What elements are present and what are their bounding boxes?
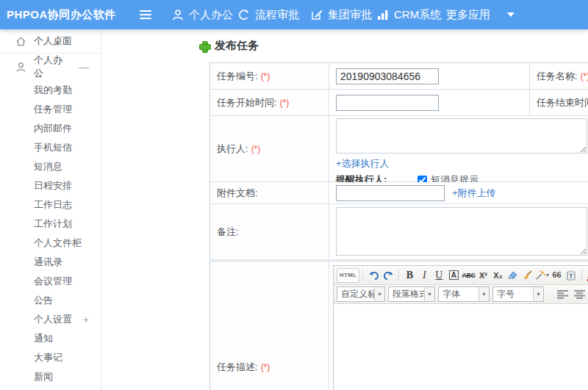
nav-personal-office[interactable]: 个人办公 [172,0,233,29]
paintbrush-icon [522,270,533,281]
eraser-icon [507,270,518,280]
attachment-label: 附件文档: [210,182,329,204]
start-time-label: 任务开始时间:(*) [210,90,329,116]
paste-as-text-button[interactable]: T [564,268,578,283]
sidebar-item-personal-desktop[interactable]: 个人桌面 [0,29,101,54]
sidebar-item-short-message[interactable]: 短消息 [0,157,101,176]
sidebar-item-work-log[interactable]: 工作日志 [0,195,101,214]
editor-toolbar-row2: 自定义标题 ▾ 段落格式 ▾ 字体 ▾ 字号 ▾ [334,285,588,304]
attachment-input[interactable] [336,185,445,201]
executor-label: 执行人:(*) [210,116,329,182]
align-center-button[interactable] [573,287,587,301]
superscript-button[interactable]: X² [476,268,490,283]
sidebar-group-personal-office[interactable]: 个人办公 — [0,55,101,79]
main-content: 发布任务 任务编号:(*) 任务名称:(*) 任务开始时间:(*) 任 [102,29,588,390]
user-icon [172,9,184,21]
top-navigation-bar: PHPOA协同办公软件 个人办公 流程审批 集团审批 [0,0,588,29]
paragraph-format-dropdown[interactable]: 段落格式 ▾ [388,286,435,302]
executor-textarea[interactable] [336,118,587,154]
task-number-input[interactable] [336,68,439,84]
nav-more-apps[interactable]: 更多应用 [446,0,514,29]
rich-text-editor: HTML [333,265,588,390]
description-label: 任务描述:(*) [210,261,329,390]
expand-icon[interactable]: + [83,314,89,325]
redo-icon [383,270,394,280]
remark-cell [329,204,588,260]
sidebar-item-schedule[interactable]: 日程安排 [0,176,101,195]
sidebar-submenu: 我的考勤 任务管理 内部邮件 手机短信 短消息 日程安排 工作日志 工作计划 个… [0,81,101,386]
description-editor-cell: HTML [329,261,588,390]
start-time-cell [329,90,530,116]
clipboard-t-icon: T [566,270,576,281]
sidebar-item-contacts[interactable]: 通讯录 [0,253,101,272]
source-code-button[interactable]: HTML [337,268,359,283]
choose-executor-link[interactable]: +选择执行人 [336,158,390,169]
magic-wand-icon [535,270,545,280]
caret-down-icon: ▾ [546,272,549,278]
description-form-table: 任务描述:(*) HTML [209,261,588,390]
editor-content-area[interactable] [334,304,588,390]
sidebar-item-personal-settings[interactable]: 个人设置 + [0,310,101,329]
undo-button[interactable] [366,268,381,283]
nav-process-approval[interactable]: 流程审批 [237,0,299,29]
quick-format-button[interactable]: ▾ [534,268,549,283]
redo-button[interactable] [381,268,395,283]
align-left-button[interactable] [556,287,570,301]
sidebar-item-milestones[interactable]: 大事记 [0,348,101,367]
editor-toolbar-row1: HTML [334,266,588,285]
sidebar-item-notification[interactable]: 通知 [0,329,101,348]
page-title: 发布任务 [199,39,259,53]
caret-down-icon: ▾ [424,287,434,301]
caret-down-icon: ▾ [478,287,489,301]
strikethrough-button[interactable]: ABC [461,268,476,283]
undo-icon [368,270,379,280]
sidebar-item-internal-mail[interactable]: 内部邮件 [0,119,101,138]
app-window: PHPOA协同办公软件 个人办公 流程审批 集团审批 [0,0,588,390]
custom-heading-dropdown[interactable]: 自定义标题 ▾ [337,286,385,302]
menu-toggle-icon[interactable] [140,10,151,19]
start-time-input[interactable] [336,95,439,111]
home-icon [15,36,26,47]
underline-button[interactable]: U [431,268,446,283]
nav-crm-system[interactable]: CRM系统 [377,0,441,29]
sidebar-item-work-plan[interactable]: 工作计划 [0,214,101,234]
task-number-cell [329,63,530,90]
nav-group-approval[interactable]: 集团审批 [311,0,372,29]
collapse-icon[interactable]: — [79,61,89,73]
svg-text:T: T [570,273,574,280]
caret-down-icon [507,12,514,17]
italic-button[interactable]: I [417,268,431,283]
font-style-button[interactable]: A [446,268,461,283]
remark-textarea[interactable] [336,207,587,256]
align-center-icon [574,290,585,299]
executor-cell: +选择执行人 提醒执行人: 短消息提示 [329,116,588,182]
sidebar-item-news[interactable]: 新闻 [0,367,101,386]
blockquote-button[interactable]: 66 [549,268,564,283]
caret-down-icon: ▾ [533,287,543,301]
font-color-button[interactable]: A ▾ [585,268,588,283]
app-logo: PHPOA协同办公软件 [7,8,116,22]
sidebar-item-mobile-sms[interactable]: 手机短信 [0,138,101,157]
attachment-cell: +附件上传 [329,182,588,204]
task-name-label: 任务名称:(*) [530,63,588,90]
font-size-dropdown[interactable]: 字号 ▾ [492,286,544,302]
add-icon [199,41,209,51]
bar-chart-icon [377,10,389,21]
remark-label: 备注: [210,204,329,260]
bold-button[interactable]: B [402,268,417,283]
sidebar: 个人桌面 个人办公 — 我的考勤 任务管理 内部邮件 手机短信 短消息 日程安排… [0,29,101,390]
sidebar-item-task-management[interactable]: 任务管理 [0,100,101,119]
user-icon [15,62,26,73]
sidebar-item-announcement[interactable]: 公告 [0,291,101,310]
task-form-table: 任务编号:(*) 任务名称:(*) 任务开始时间:(*) 任务结束时间:(*) [209,62,588,260]
remove-format-button[interactable] [505,268,520,283]
alignment-buttons [556,287,588,301]
font-family-dropdown[interactable]: 字体 ▾ [438,286,490,302]
attachment-upload-link[interactable]: +附件上传 [452,187,496,200]
sidebar-item-my-attendance[interactable]: 我的考勤 [0,81,101,100]
end-time-label: 任务结束时间:(*) [530,90,588,116]
format-brush-button[interactable] [520,268,534,283]
subscript-button[interactable]: X₂ [490,268,505,283]
sidebar-item-personal-files[interactable]: 个人文件柜 [0,234,101,253]
sidebar-item-meeting-management[interactable]: 会议管理 [0,272,101,291]
